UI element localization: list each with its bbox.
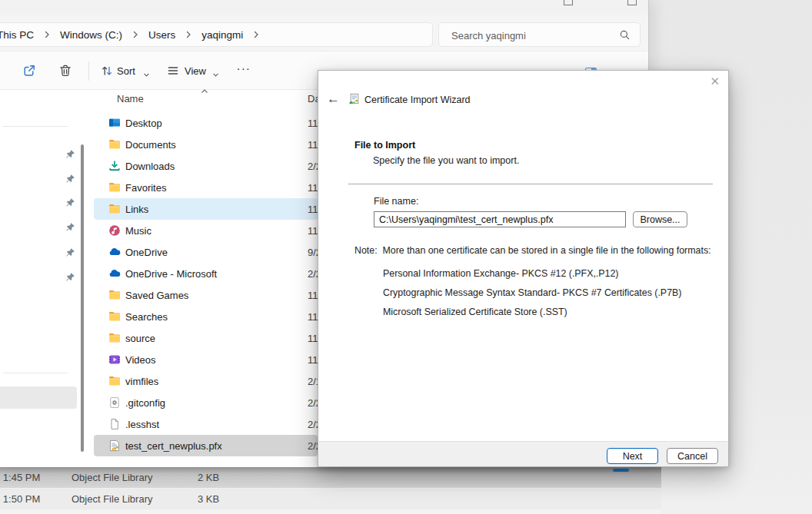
file-row[interactable]: test_cert_newplus.pfx2/2 <box>94 435 318 456</box>
browse-button[interactable]: Browse... <box>633 211 687 227</box>
cancel-button[interactable]: Cancel <box>667 448 718 464</box>
date-modified-fragment: 2/2 <box>308 419 318 430</box>
back-arrow-icon[interactable]: ← <box>327 91 340 107</box>
file-name-label: Links <box>125 204 148 215</box>
chevron-right-icon[interactable] <box>185 31 191 38</box>
file-row[interactable]: Saved Games11 <box>94 284 318 306</box>
pin-icon[interactable] <box>65 173 75 183</box>
cloud-icon <box>108 246 121 258</box>
chevron-right-icon[interactable] <box>253 31 259 38</box>
breadcrumb-item[interactable]: Windows (C:) <box>60 29 122 41</box>
column-header-name[interactable]: Name <box>117 93 144 104</box>
separator <box>348 184 713 184</box>
breadcrumb-item[interactable]: yaqingmi <box>201 29 243 41</box>
file-name-label: .lesshst <box>125 419 159 430</box>
downloads-icon <box>108 160 121 172</box>
videos-icon <box>108 353 121 366</box>
file-row[interactable]: Links11 <box>94 198 318 220</box>
column-header-date-modified[interactable]: Da <box>308 93 318 104</box>
file-row[interactable]: .gitconfig2/2 <box>94 392 318 413</box>
file-name-label: Saved Games <box>125 290 188 301</box>
file-size: 2 KB <box>198 472 219 483</box>
more-options-button[interactable]: ... <box>237 59 251 72</box>
file-row[interactable]: Searches11 <box>94 306 318 327</box>
next-button[interactable]: Next <box>607 448 658 464</box>
sort-icon[interactable] <box>100 64 114 81</box>
section-subtitle: Specify the file you want to import. <box>373 155 519 166</box>
note-text: Note: More than one certificate can be s… <box>354 245 711 256</box>
breadcrumb-item[interactable]: This PC <box>0 29 34 41</box>
pin-icon[interactable] <box>65 247 75 257</box>
background-scroll-accent <box>613 469 629 472</box>
file-name-label: .gitconfig <box>125 397 165 409</box>
certificate-format-item: Personal Information Exchange- PKCS #12 … <box>383 268 618 279</box>
sidebar-item-selected[interactable] <box>0 386 77 409</box>
sidebar-divider <box>3 373 68 373</box>
modified-time: 5 1:50 PM <box>0 493 48 505</box>
certificate-format-item: Cryptographic Message Syntax Standard- P… <box>383 287 681 298</box>
background-file-row: 5 1:50 PMObject File Library3 KB <box>0 489 661 509</box>
date-modified-fragment: 9/2 <box>308 247 318 258</box>
chevron-right-icon[interactable] <box>132 31 138 38</box>
date-modified-fragment: 2/1 <box>308 376 318 387</box>
date-modified-fragment: 11 <box>308 311 318 323</box>
search-input[interactable] <box>450 27 607 44</box>
sidebar-scrollbar[interactable] <box>81 144 84 452</box>
file-row[interactable]: .lesshst2/2 <box>94 413 318 435</box>
file-row[interactable]: OneDrive9/2 <box>94 241 318 263</box>
file-name-label: OneDrive <box>125 247 168 258</box>
date-modified-fragment: 11 <box>308 204 318 215</box>
date-modified-fragment: 11 <box>308 290 318 301</box>
titlebar-fragment <box>0 0 648 15</box>
file-name-label: vimfiles <box>125 376 158 387</box>
file-name-input[interactable] <box>374 211 626 227</box>
view-icon[interactable] <box>166 64 180 81</box>
file-row[interactable]: source11 <box>94 327 318 349</box>
file-row[interactable]: Documents11 <box>94 134 318 155</box>
file-type: Object File Library <box>72 493 152 505</box>
pin-icon[interactable] <box>65 148 75 158</box>
sort-ascending-icon <box>201 84 208 98</box>
view-button[interactable]: View <box>185 65 206 77</box>
file-row[interactable]: Music11 <box>94 220 318 241</box>
pin-icon[interactable] <box>65 221 75 231</box>
certificate-format-item: Microsoft Serialized Certificate Store (… <box>383 307 567 317</box>
cloud-icon <box>108 267 121 280</box>
chevron-down-icon <box>212 68 219 81</box>
delete-icon[interactable] <box>58 63 73 81</box>
file-row[interactable]: Downloads2/2 <box>94 155 318 177</box>
pin-icon[interactable] <box>65 271 75 281</box>
search-box[interactable] <box>438 22 641 47</box>
file-row[interactable]: OneDrive - Microsoft2/2 <box>94 263 318 284</box>
search-icon[interactable] <box>619 29 631 44</box>
breadcrumb-item[interactable]: Users <box>148 29 175 41</box>
file-name-label: Searches <box>125 311 168 323</box>
file-icon <box>108 418 121 430</box>
file-row[interactable]: Favorites11 <box>94 177 318 198</box>
date-modified-fragment: 2/2 <box>308 397 318 409</box>
file-row[interactable]: Videos11 <box>94 349 318 370</box>
certificate-import-wizard-dialog: ✕ ← Certificate Import Wizard File to Im… <box>318 70 729 467</box>
folder-icon <box>108 138 121 151</box>
section-heading: File to Import <box>354 140 415 151</box>
date-modified-fragment: 2/2 <box>308 161 318 172</box>
close-icon[interactable]: ✕ <box>710 75 720 88</box>
file-name-label: Downloads <box>125 161 175 172</box>
date-modified-fragment: 2/2 <box>308 268 318 280</box>
file-name-label: Videos <box>125 354 156 366</box>
file-row[interactable]: vimfiles2/1 <box>94 370 318 392</box>
date-modified-fragment: 11 <box>308 182 318 194</box>
file-name-label: source <box>125 333 155 344</box>
file-name-label: OneDrive - Microsoft <box>125 268 217 280</box>
gearfile-icon <box>108 396 121 409</box>
share-icon[interactable] <box>22 63 37 81</box>
maximize-button-fragment[interactable] <box>627 0 637 5</box>
pin-icon[interactable] <box>65 197 75 207</box>
background-window-strip: 5 1:45 PMObject File Library2 KB5 1:50 P… <box>0 467 661 514</box>
sort-button[interactable]: Sort <box>117 65 135 77</box>
toolbar-divider <box>88 61 89 81</box>
file-row[interactable]: Desktop11 <box>94 112 318 134</box>
address-bar[interactable]: This PCWindows (C:)Usersyaqingmi <box>0 22 433 47</box>
chevron-right-icon[interactable] <box>44 31 50 38</box>
minimize-button-fragment[interactable] <box>564 0 573 5</box>
